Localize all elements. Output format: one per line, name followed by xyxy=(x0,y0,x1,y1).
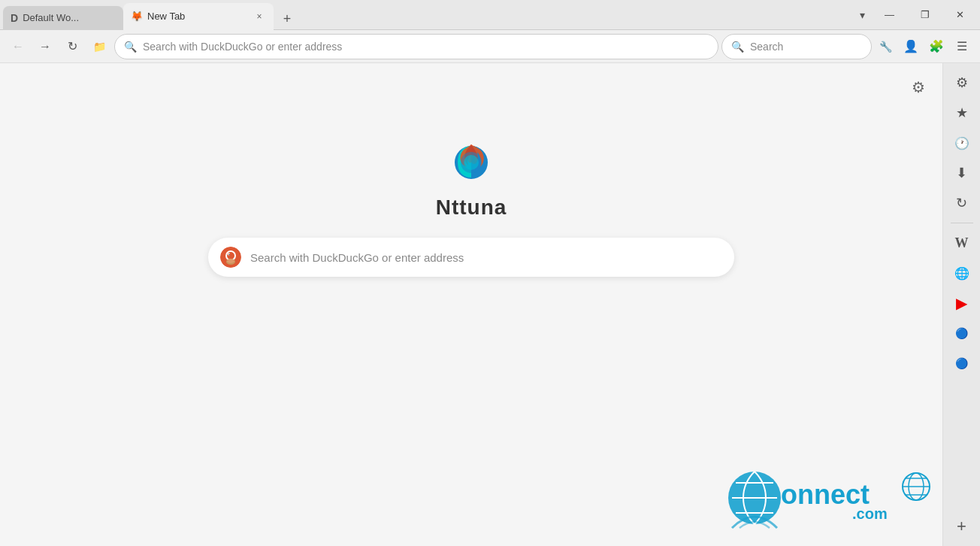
tab-inactive-label: Default Wo... xyxy=(23,12,79,23)
page-settings-button[interactable]: ⚙ xyxy=(906,75,930,99)
search-icon-right: 🔍 xyxy=(731,41,744,53)
new-tab-button[interactable]: + xyxy=(277,9,298,30)
address-bar[interactable]: 🔍 Search with DuckDuckGo or enter addres… xyxy=(114,34,718,59)
svg-point-5 xyxy=(227,252,234,259)
search-bar[interactable]: 🔍 Search xyxy=(721,34,872,59)
svg-point-7 xyxy=(228,254,230,256)
brand-area: Nttuna xyxy=(436,138,507,220)
svg-text:.com: .com xyxy=(852,505,888,522)
search-placeholder-text: Search with DuckDuckGo or enter address xyxy=(250,251,464,264)
tab-strip: D Default Wo... 🦊 New Tab × + xyxy=(3,0,851,30)
sidebar-history-button[interactable]: 🕐 xyxy=(948,129,975,156)
tab-active[interactable]: 🦊 New Tab × xyxy=(123,3,274,30)
sidebar-sync-button[interactable]: ↻ xyxy=(948,190,975,217)
sidebar-youtube-button[interactable]: ▶ xyxy=(948,290,975,317)
brand-name: Nttuna xyxy=(436,196,507,220)
addons-button[interactable]: 🧩 xyxy=(924,35,948,59)
toolbar-right-buttons: 🔍 Search 🔧 👤 🧩 ☰ xyxy=(721,34,974,59)
minimize-button[interactable]: — xyxy=(873,3,906,27)
svg-point-9 xyxy=(227,259,234,263)
tab-close-button[interactable]: × xyxy=(253,10,266,23)
connect-logo: onnect .com xyxy=(724,460,935,538)
tab-inactive[interactable]: D Default Wo... xyxy=(3,6,123,30)
sidebar-translate1-button[interactable]: 🔵 xyxy=(948,320,975,347)
sidebar-add-button[interactable]: + xyxy=(948,513,975,540)
sidebar-earth-button[interactable]: 🌐 xyxy=(948,259,975,287)
sidebar-translate2-button[interactable]: 🔵 xyxy=(948,350,975,377)
right-sidebar: ⚙ ★ 🕐 ⬇ ↻ W 🌐 ▶ 🔵 🔵 + xyxy=(942,63,980,546)
tab-inactive-favicon: D xyxy=(11,12,18,24)
svg-point-2 xyxy=(464,155,479,170)
search-icon: 🔍 xyxy=(124,41,137,53)
ddg-icon xyxy=(220,247,241,268)
browser-logo xyxy=(447,138,495,187)
titlebar: D Default Wo... 🦊 New Tab × + ▾ — ❐ ✕ xyxy=(0,0,980,30)
page-content: ⚙ Nttuna xyxy=(0,63,942,546)
reload-button[interactable]: ↻ xyxy=(60,35,84,59)
sidebar-wikipedia-button[interactable]: W xyxy=(948,229,975,256)
sidebar-downloads-button[interactable]: ⬇ xyxy=(948,159,975,187)
sidebar-settings-button[interactable]: ⚙ xyxy=(948,69,975,96)
sidebar-divider-1 xyxy=(951,223,973,223)
tab-list-dropdown[interactable]: ▾ xyxy=(851,5,873,26)
tab-active-favicon: 🦊 xyxy=(131,11,143,22)
extensions-button[interactable]: 🔧 xyxy=(873,35,897,59)
browser-content: ⚙ Nttuna xyxy=(0,63,980,546)
back-button[interactable]: ← xyxy=(6,35,30,59)
account-button[interactable]: 👤 xyxy=(899,35,923,59)
tab-active-label: New Tab xyxy=(147,11,185,22)
sidebar-bookmarks-button[interactable]: ★ xyxy=(948,99,975,126)
forward-button[interactable]: → xyxy=(33,35,57,59)
close-button[interactable]: ✕ xyxy=(943,3,977,27)
toolbar: ← → ↻ 📁 🔍 Search with DuckDuckGo or ente… xyxy=(0,30,980,63)
window-controls: — ❐ ✕ xyxy=(873,3,977,27)
search-label: Search xyxy=(750,41,783,53)
address-placeholder-text: Search with DuckDuckGo or enter address xyxy=(143,41,342,53)
restore-button[interactable]: ❐ xyxy=(908,3,942,27)
main-search-box[interactable]: Search with DuckDuckGo or enter address xyxy=(208,238,734,277)
menu-button[interactable]: ☰ xyxy=(950,35,974,59)
container-tabs-button[interactable]: 📁 xyxy=(87,35,111,59)
